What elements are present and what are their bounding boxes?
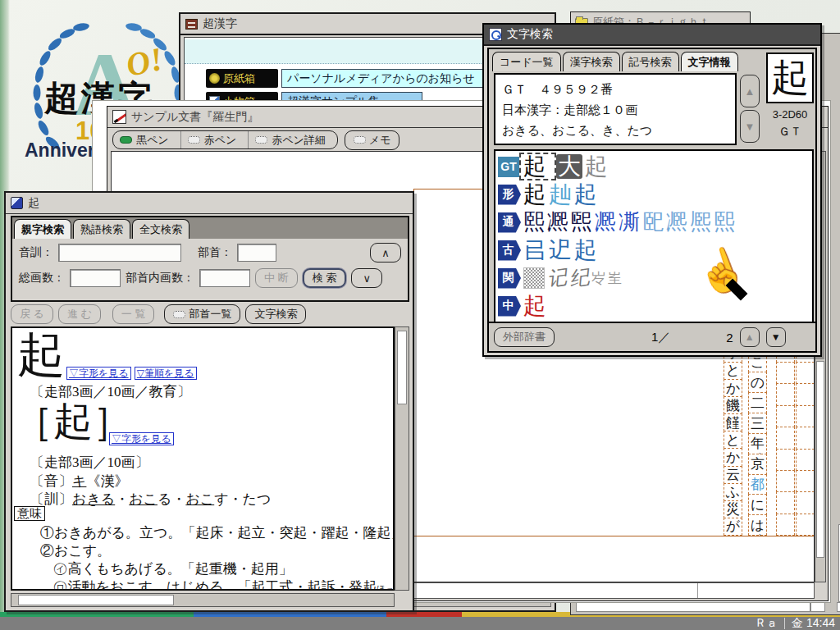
char-category-row: 通熙凞煕凞凘巸凞熈熙 bbox=[498, 208, 812, 236]
red-pen-icon bbox=[112, 110, 126, 124]
char-code-label: ＧＴ bbox=[763, 125, 817, 139]
char-category-row: GT起大起 bbox=[498, 153, 812, 180]
back-button[interactable]: 戻 る bbox=[11, 304, 53, 324]
candidate-glyph[interactable]: 熙 bbox=[523, 212, 545, 233]
char-search-button[interactable]: 文字検索 bbox=[245, 304, 306, 324]
taskbar-divider bbox=[784, 618, 785, 629]
radical-list-icon bbox=[173, 311, 185, 318]
char-category-row: 関记纪㞮㞷 bbox=[498, 264, 812, 292]
scroll-up-button[interactable]: ∧ bbox=[370, 243, 401, 262]
hand-cursor: ☝ bbox=[696, 246, 753, 304]
document-vscroll-thumb[interactable] bbox=[816, 361, 824, 558]
onkun-input[interactable] bbox=[58, 244, 181, 262]
tab-zenbun-kensaku[interactable]: 全文検索 bbox=[132, 219, 189, 239]
genshibako-button[interactable]: 原紙箱 bbox=[206, 69, 278, 88]
candidate-glyph[interactable]: 迉 bbox=[549, 239, 572, 262]
braight-hscroll-button[interactable] bbox=[810, 602, 825, 612]
category-badge: GT bbox=[498, 157, 519, 177]
candidate-glyph[interactable]: 熈 bbox=[690, 212, 711, 233]
meaning-2: ②おこす。 bbox=[40, 541, 111, 560]
candidate-glyph[interactable]: 起 bbox=[574, 239, 597, 262]
abort-button[interactable]: 中 断 bbox=[255, 268, 298, 288]
user-indicator[interactable]: Ｒａ bbox=[755, 616, 778, 630]
dictionary-entry[interactable]: 起 ▽字形を見る ▽筆順を見る 〔走部3画／10画／教育〕 ［起］ ▽字形を見る… bbox=[11, 326, 395, 591]
dictionary-vscrollbar[interactable] bbox=[395, 326, 409, 591]
sample-title: サンプル文書『羅生門』 bbox=[131, 110, 258, 125]
char-info-panel: ＧＴ ４９５９２番 日本漢字：走部総１０画 おきる、おこる、き、たつ bbox=[494, 73, 737, 145]
candidate-glyph[interactable]: 起 bbox=[522, 155, 554, 178]
radical-list-button[interactable]: 部首一覧 bbox=[164, 304, 240, 324]
braight-hscroll-button2[interactable] bbox=[837, 602, 840, 612]
candidate-glyph[interactable]: 赸 bbox=[549, 183, 572, 206]
view-glyph-link2[interactable]: ▽字形を見る bbox=[109, 432, 174, 445]
tab-symbol-search[interactable]: 記号検索 bbox=[622, 52, 679, 71]
char-search-panel: コード一覧 漢字検索 記号検索 文字情報 ＧＴ ４９５９２番 日本漢字：走部総１… bbox=[487, 48, 817, 353]
dictionary-titlebar[interactable]: 起 bbox=[6, 193, 413, 214]
news-bar-label: パーソナルメディアからのお知らせ bbox=[287, 71, 475, 86]
dictionary-hscrollbar[interactable] bbox=[11, 593, 395, 607]
info-scroll-up-button[interactable]: ▲ bbox=[740, 75, 760, 107]
braight-hscrollbar[interactable] bbox=[576, 602, 810, 612]
view-glyph-link[interactable]: ▽字形を見る bbox=[66, 367, 131, 380]
tab-kanji-search[interactable]: 漢字検索 bbox=[563, 52, 620, 71]
page-up-button[interactable]: ▲ bbox=[740, 327, 760, 347]
tab-oyaji-kensaku[interactable]: 親字検索 bbox=[14, 219, 71, 239]
candidate-glyph[interactable]: 巸 bbox=[642, 212, 664, 233]
candidate-glyph[interactable]: 凞 bbox=[666, 212, 687, 233]
tab-char-info[interactable]: 文字情報 bbox=[681, 52, 738, 71]
black-pen-label: 黒ペン bbox=[136, 133, 169, 148]
dictionary-hscroll-thumb[interactable] bbox=[18, 595, 174, 605]
category-badge: 古 bbox=[498, 240, 521, 261]
dictionary-title: 起 bbox=[28, 196, 39, 211]
candidate-glyph[interactable]: 起 bbox=[574, 183, 597, 206]
meaning-2a: ㋑高くもちあげる。「起重機・起用」 bbox=[53, 559, 293, 578]
red-pen-detail-button[interactable]: 赤ペン詳細 bbox=[248, 130, 337, 149]
entry-head-char: 起 bbox=[17, 326, 65, 387]
char-search-titlebar[interactable]: 文字検索 bbox=[484, 25, 820, 46]
candidate-glyph[interactable]: 㞮 bbox=[591, 272, 605, 285]
bushu-input[interactable] bbox=[237, 244, 276, 262]
news-bar[interactable]: パーソナルメディアからのお知らせ bbox=[281, 69, 495, 88]
candidate-glyph[interactable]: 记 bbox=[546, 267, 568, 289]
scroll-down-button[interactable]: ∨ bbox=[351, 268, 382, 288]
external-dict-button[interactable]: 外部辞書 bbox=[494, 327, 555, 347]
black-pen-button[interactable]: 黒ペン bbox=[113, 130, 180, 149]
candidate-glyph[interactable]: 凞 bbox=[547, 212, 568, 233]
search-button[interactable]: 検 索 bbox=[303, 268, 347, 288]
candidate-glyph[interactable]: 凘 bbox=[619, 212, 640, 233]
category-badge: 関 bbox=[498, 268, 521, 289]
red-pen-tab-icon bbox=[188, 136, 200, 144]
candidate-glyph[interactable]: 㠯 bbox=[523, 239, 546, 262]
candidate-glyph[interactable]: 纪 bbox=[568, 267, 590, 289]
memo-button[interactable]: メモ bbox=[345, 130, 400, 150]
char-info-line1: ＧＴ ４９５９２番 bbox=[502, 80, 728, 100]
view-strokeorder-link[interactable]: ▽筆順を見る bbox=[135, 367, 197, 380]
tab-jukugo-kensaku[interactable]: 熟語検索 bbox=[73, 219, 130, 239]
candidate-glyph[interactable]: 起 bbox=[523, 183, 546, 206]
candidate-glyph[interactable] bbox=[523, 267, 545, 289]
entry-on-reading: 〔音〕キ《漢》 bbox=[30, 472, 128, 491]
tab-code-list[interactable]: コード一覧 bbox=[492, 52, 561, 71]
candidate-glyph[interactable]: 起 bbox=[585, 155, 608, 178]
clock[interactable]: 金 14:44 bbox=[792, 616, 835, 630]
list-button[interactable]: 一 覧 bbox=[112, 304, 155, 324]
candidate-glyph[interactable]: 熙 bbox=[714, 212, 735, 233]
candidate-glyph[interactable]: 大 bbox=[556, 154, 582, 179]
candidate-glyph[interactable]: 起 bbox=[523, 294, 546, 317]
candidate-glyph[interactable]: 煕 bbox=[571, 212, 592, 233]
red-pen-button[interactable]: 赤ペン bbox=[180, 130, 249, 149]
bushu-label: 部首： bbox=[198, 245, 232, 260]
info-scroll-down-button[interactable]: ▼ bbox=[740, 110, 760, 143]
dictionary-icon bbox=[11, 197, 23, 209]
candidate-glyph[interactable]: 凞 bbox=[595, 212, 616, 233]
char-search-tabs: コード一覧 漢字検索 記号検索 文字情報 bbox=[492, 52, 738, 71]
sokaku-input[interactable] bbox=[70, 269, 121, 287]
page-down-button[interactable]: ▼ bbox=[766, 327, 786, 347]
forward-button[interactable]: 進 む bbox=[58, 304, 101, 324]
bushunai-input[interactable] bbox=[199, 269, 250, 287]
char-info-line3: おきる、おこる、き、たつ bbox=[502, 121, 728, 141]
pointing-hand-icon: ☝ bbox=[689, 238, 760, 302]
candidate-glyph[interactable]: 㞷 bbox=[608, 272, 622, 285]
black-pen-icon bbox=[120, 136, 132, 144]
dictionary-vscroll-thumb[interactable] bbox=[397, 331, 407, 404]
